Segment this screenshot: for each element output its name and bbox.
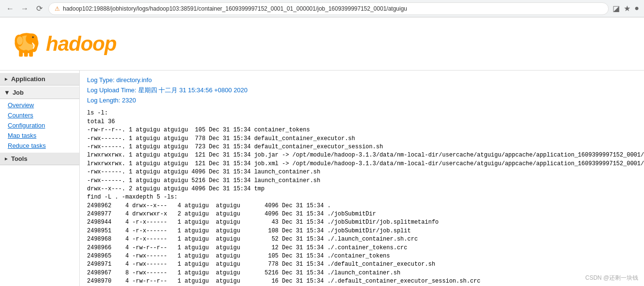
application-arrow-icon: ► — [4, 76, 9, 82]
reload-button[interactable]: ⟳ — [34, 3, 44, 14]
job-links: Overview Counters Configuration Map task… — [0, 99, 79, 152]
log-body: ls -l: total 36 -rw-r--r--. 1 atguigu at… — [87, 109, 637, 286]
svg-rect-7 — [24, 50, 28, 57]
url-text: hadoop102:19888/jobhistory/logs/hadoop10… — [63, 5, 602, 12]
log-meta: Log Type: directory.info Log Upload Time… — [87, 75, 637, 105]
svg-rect-6 — [19, 50, 23, 57]
watermark: CSDN @还剩一块钱 — [585, 274, 638, 282]
configuration-link[interactable]: Configuration — [0, 120, 79, 130]
browser-chrome: ← → ⟳ ⚠ hadoop102:19888/jobhistory/logs/… — [0, 0, 644, 17]
sidebar-section-job: ▼ Job Overview Counters Configuration Ma… — [0, 86, 79, 152]
security-icon: ⚠ — [55, 5, 60, 12]
main-content: ► Application ▼ Job Overview Counters Co… — [0, 71, 644, 286]
tools-arrow-icon: ► — [4, 156, 9, 161]
svg-point-4 — [17, 36, 23, 45]
sidebar-section-tools: ► Tools — [0, 153, 79, 165]
forward-button[interactable]: → — [19, 3, 30, 14]
map-tasks-link[interactable]: Map tasks — [0, 130, 79, 141]
log-content: Log Type: directory.info Log Upload Time… — [80, 71, 644, 286]
tools-label: Tools — [11, 155, 28, 162]
log-upload-time: Log Upload Time: 星期四 十二月 31 15:34:56 +08… — [87, 86, 637, 96]
reduce-tasks-link[interactable]: Reduce tasks — [0, 141, 79, 151]
browser-toolbar: ◪ ★ ● — [613, 4, 639, 13]
job-label: Job — [13, 89, 24, 96]
sidebar-section-application: ► Application — [0, 73, 79, 86]
overview-link[interactable]: Overview — [0, 100, 79, 110]
job-arrow-icon: ▼ — [4, 89, 10, 96]
cast-icon: ◪ — [613, 4, 620, 13]
job-section-header[interactable]: ▼ Job — [0, 86, 79, 99]
address-bar[interactable]: ⚠ hadoop102:19888/jobhistory/logs/hadoop… — [48, 2, 609, 15]
log-length: Log Length: 2320 — [87, 96, 637, 106]
tools-section-header[interactable]: ► Tools — [0, 153, 79, 165]
back-button[interactable]: ← — [5, 3, 15, 14]
svg-rect-8 — [29, 50, 33, 57]
counters-link[interactable]: Counters — [0, 110, 79, 120]
svg-point-5 — [32, 36, 34, 38]
hadoop-header: hadoop — [0, 17, 644, 71]
profile-icon: ● — [634, 4, 639, 13]
hadoop-brand-text: hadoop — [46, 32, 117, 56]
log-type: Log Type: directory.info — [87, 75, 637, 86]
application-section-header[interactable]: ► Application — [0, 73, 79, 86]
application-label: Application — [11, 75, 45, 83]
hadoop-logo: hadoop — [10, 27, 117, 61]
page-wrapper: hadoop ► Application ▼ Job Overview — [0, 17, 644, 286]
sidebar: ► Application ▼ Job Overview Counters Co… — [0, 71, 80, 286]
bookmark-icon: ★ — [624, 4, 630, 13]
elephant-icon — [10, 27, 44, 61]
